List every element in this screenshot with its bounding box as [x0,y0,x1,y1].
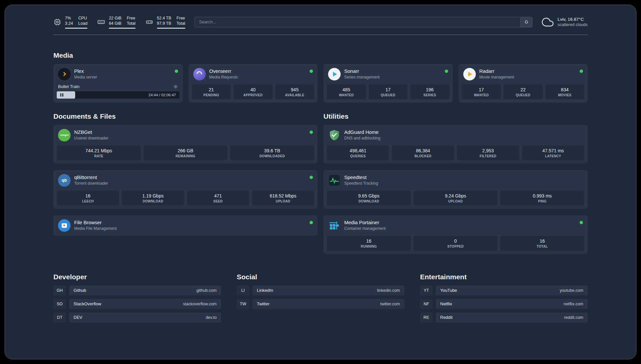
radarr-icon [463,68,476,80]
cpu-icon [53,18,61,26]
adguard-card[interactable]: AdGuard Home DNS and adblocking 498,461 … [323,125,588,164]
bookmark-name: DEV [74,315,82,320]
bookmark-youtube[interactable]: YT YouTube youtube.com [420,286,588,295]
sonarr-stat-series: 196 SERIES [410,84,449,99]
radarr-subtitle: Movie management [479,75,514,79]
stat-value: 22 [505,87,541,92]
documents-heading: Documents & Files [53,112,318,120]
nzbget-subtitle: Usenet downloader [74,136,108,140]
stat-value: 618.52 Mbps [253,193,313,198]
section-media: Media Plex Media server Bullet Train [53,51,588,103]
cpu-widget: 7% 3.24 CPU Load [53,15,87,29]
ram-total: 64 GiB [109,21,121,26]
qbittorrent-stat-seed: 471 SEED [187,191,249,205]
stat-label: QUEUED [505,93,541,97]
reddit-abbr-badge: RE [420,313,433,322]
plex-icon [58,68,71,80]
stat-label: QUEUED [370,93,407,97]
radarr-card[interactable]: Radarr Movie management 17 WANTED 22 QUE… [459,64,588,103]
dashboard-panel: 7% 3.24 CPU Load [5,5,636,359]
bookmark-name: Reddit [440,315,453,320]
stat-label: MOVIES [547,93,583,97]
nzbget-title: NZBGet [74,129,108,135]
system-metrics: 7% 3.24 CPU Load [53,15,185,29]
weather-condition: scattered clouds [558,22,588,27]
twitter-abbr-badge: TW [237,299,249,309]
bookmark-url: linkedin.com [377,288,400,293]
stat-value: 47.571 ms [523,148,583,153]
bookmark-url: github.com [197,288,217,293]
disk-label-2: Total [176,21,185,26]
ram-label-2: Total [127,21,135,26]
bookmark-dev[interactable]: DT DEV dev.to [53,313,221,322]
plex-card[interactable]: Plex Media server Bullet Train [53,64,183,103]
adguard-subtitle: DNS and adblocking [344,136,380,140]
bookmark-netflix[interactable]: NF Netflix netflix.com [420,299,588,309]
linkedin-abbr-badge: LI [237,286,249,295]
bookmark-twitter[interactable]: TW Twitter twitter.com [237,299,404,309]
stat-value: 2,953 [458,148,518,153]
stat-value: 471 [188,193,248,198]
sonarr-card[interactable]: Sonarr Series management 485 WANTED 17 Q… [323,64,453,103]
search-engine-button[interactable]: G [520,17,532,27]
disk-labels: Free Total [176,15,185,26]
plex-status-dot [175,70,178,73]
overseerr-title: Overseerr [209,68,238,74]
section-documents: Documents & Files nzbget NZBGet Usenet d… [53,112,318,236]
stat-label: DOWNLOAD [123,199,183,203]
bookmark-github[interactable]: GH Github github.com [53,286,221,295]
stat-label: PING [502,199,583,203]
stat-label: FILTERED [458,154,518,158]
social-heading: Social [237,273,404,281]
adguard-title: AdGuard Home [344,129,380,135]
bookmark-linkedin[interactable]: LI LinkedIn linkedin.com [237,286,404,295]
portainer-card[interactable]: Media Portainer Container management 16 … [323,215,588,254]
filebrowser-icon [58,219,71,232]
nzbget-stat-remaining: 266 GB REMAINING [143,145,228,160]
weather-widget: Lviv, 16.87°C scattered clouds [542,16,588,28]
stat-label: SERIES [412,93,448,97]
search-bar: G [195,17,533,27]
plex-settings-button[interactable] [173,84,178,89]
nzbget-icon-text: nzbget [60,134,68,136]
stat-label: LATENCY [523,154,583,158]
speedtest-card[interactable]: Speedtest Speedtest Tracking 9.65 Gbps D… [323,170,588,209]
ram-labels: Free Total [127,15,135,26]
pause-icon[interactable] [60,93,63,97]
speedtest-stat-upload: 9.24 Gbps UPLOAD [413,191,498,205]
overseerr-stat-approved: 40 APPROVED [233,84,273,99]
filebrowser-title: File Browser [74,220,117,226]
stat-label: TOTAL [502,245,583,248]
sonarr-subtitle: Series management [344,75,380,79]
section-entertainment: Entertainment YT YouTube youtube.com NF … [420,273,588,326]
speedtest-stat-download: 9.65 Gbps DOWNLOAD [327,191,411,205]
nzbget-card[interactable]: nzbget NZBGet Usenet downloader 744.21 M… [53,125,318,164]
overseerr-card[interactable]: Overseerr Media Requests 21 PENDING 40 A… [189,64,318,103]
bookmark-reddit[interactable]: RE Reddit reddit.com [420,313,588,322]
overseerr-icon [193,68,206,80]
stat-label: PENDING [193,93,230,97]
bookmark-stackoverflow[interactable]: SO StackOverflow stackoverflow.com [53,299,221,309]
speedtest-title: Speedtest [344,174,378,180]
filebrowser-card[interactable]: File Browser Media File Management [53,215,318,236]
ram-usage-bar [109,28,136,29]
sonarr-title: Sonarr [344,68,380,74]
qbittorrent-stat-leech: 16 LEECH [57,191,119,205]
plex-player-bar[interactable]: 24:44 / 02:06:47 [57,91,179,99]
adguard-stat-queries: 498,461 QUERIES [327,145,389,160]
qbittorrent-card[interactable]: qb qBittorrent Torrent downloader 16 LEE… [53,170,318,209]
stat-value: 1.19 Gbps [123,193,183,198]
sonarr-icon [328,68,341,80]
utilities-heading: Utilities [323,112,588,120]
playback-time: 24:44 / 02:06:47 [148,93,176,97]
radarr-stat-movies: 834 MOVIES [545,84,585,99]
section-social: Social LI LinkedIn linkedin.com TW Twitt… [237,273,404,326]
stat-value: 9.65 Gbps [328,193,410,198]
stat-value: 744.21 Mbps [58,148,139,153]
cpu-usage-bar [65,28,87,29]
adguard-shield-icon [328,129,341,141]
search-input[interactable] [195,17,520,27]
portainer-crane-icon [328,219,341,232]
sonarr-status-dot [445,70,448,73]
nzbget-stat-rate: 744.21 Mbps RATE [57,145,141,160]
